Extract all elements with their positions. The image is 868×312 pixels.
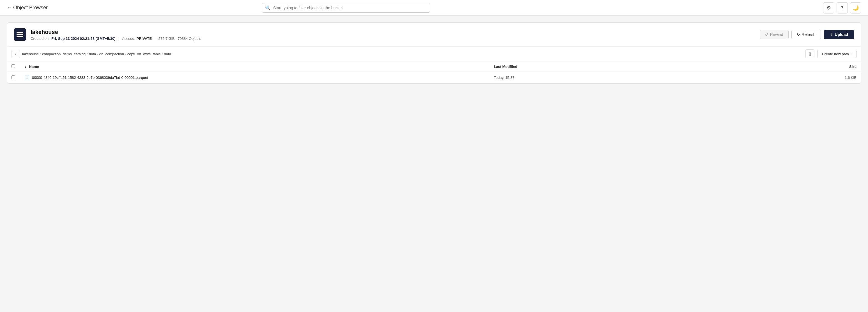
bucket-meta: Created on: Fri, Sep 13 2024 02:21:58 (G… bbox=[31, 36, 755, 41]
moon-icon: 🌙 bbox=[852, 5, 859, 11]
upload-button[interactable]: ⇧ Upload bbox=[824, 30, 854, 39]
upload-icon: ⇧ bbox=[830, 32, 833, 37]
file-name[interactable]: 00000-4840-19cffa51-1582-4283-9b7b-03680… bbox=[32, 75, 148, 80]
file-name-container: 📄 00000-4840-19cffa51-1582-4283-9b7b-036… bbox=[24, 75, 485, 80]
sort-arrow-icon: ▲ bbox=[24, 65, 27, 68]
svg-rect-0 bbox=[17, 32, 23, 33]
refresh-icon: ↻ bbox=[797, 32, 800, 37]
refresh-label: Refresh bbox=[802, 32, 815, 37]
created-label: Created on: bbox=[31, 36, 50, 41]
select-all-checkbox[interactable] bbox=[11, 64, 15, 68]
bucket-icon bbox=[14, 28, 26, 41]
path-actions: ▯ Create new path ◦ bbox=[805, 50, 857, 58]
breadcrumb-segment-6[interactable]: data bbox=[164, 52, 171, 56]
create-path-icon: ◦ bbox=[850, 52, 852, 56]
breadcrumb-segment-5[interactable]: copy_on_write_table bbox=[127, 52, 161, 56]
created-date: Fri, Sep 13 2024 02:21:58 (GMT+5:30) bbox=[51, 36, 116, 41]
row-modified-cell: Today, 15:37 bbox=[489, 72, 703, 83]
rewind-icon: ↺ bbox=[765, 32, 768, 37]
breadcrumb: lakehouse / compaction_demo_catalog / da… bbox=[22, 52, 803, 56]
access-value: PRIVATE bbox=[136, 36, 152, 41]
breadcrumb-segment-2[interactable]: compaction_demo_catalog bbox=[42, 52, 86, 56]
breadcrumb-segment-1[interactable]: lakehouse bbox=[22, 52, 39, 56]
file-table-body: 📄 00000-4840-19cffa51-1582-4283-9b7b-036… bbox=[7, 72, 861, 83]
col-header-size: Size bbox=[703, 61, 861, 72]
row-checkbox[interactable] bbox=[11, 75, 15, 79]
main-content: lakehouse Created on: Fri, Sep 13 2024 0… bbox=[0, 16, 868, 90]
row-modified: Today, 15:37 bbox=[494, 75, 514, 80]
col-header-checkbox bbox=[7, 61, 20, 72]
path-back-button[interactable]: ‹ bbox=[11, 50, 20, 58]
bucket-actions: ↺ Rewind ↻ Refresh ⇧ Upload bbox=[760, 30, 854, 39]
gear-icon: ⚙ bbox=[827, 5, 831, 11]
breadcrumb-segment-4[interactable]: db_compaction bbox=[99, 52, 124, 56]
rewind-label: Rewind bbox=[770, 32, 783, 37]
bucket-header: lakehouse Created on: Fri, Sep 13 2024 0… bbox=[7, 23, 861, 46]
svg-rect-1 bbox=[17, 34, 23, 35]
rewind-button[interactable]: ↺ Rewind bbox=[760, 30, 788, 39]
theme-toggle-button[interactable]: 🌙 bbox=[850, 2, 861, 13]
help-icon: ? bbox=[841, 5, 844, 11]
col-modified-label: Last Modified bbox=[494, 65, 517, 69]
row-name-cell: 📄 00000-4840-19cffa51-1582-4283-9b7b-036… bbox=[20, 72, 489, 83]
file-table: ▲ Name Last Modified Size bbox=[7, 61, 861, 83]
topbar-left: ← Object Browser bbox=[7, 5, 63, 11]
col-name-label: Name bbox=[29, 65, 39, 69]
path-nav: ‹ lakehouse / compaction_demo_catalog / … bbox=[7, 46, 861, 61]
row-checkbox-cell bbox=[7, 72, 20, 83]
back-button[interactable]: ← Object Browser bbox=[7, 5, 48, 11]
topbar-actions: ⚙ ? 🌙 bbox=[823, 2, 861, 13]
storage-info: 272.7 GiB · 79384 Objects bbox=[158, 36, 201, 41]
create-path-button[interactable]: Create new path ◦ bbox=[817, 50, 857, 58]
row-size: 1.6 KiB bbox=[845, 75, 857, 80]
create-path-label: Create new path bbox=[822, 52, 849, 56]
copy-icon: ▯ bbox=[809, 51, 811, 56]
bucket-card: lakehouse Created on: Fri, Sep 13 2024 0… bbox=[7, 23, 861, 84]
col-size-label: Size bbox=[849, 65, 857, 69]
topbar: ← Object Browser 🔍 ⚙ ? 🌙 bbox=[0, 0, 868, 16]
col-header-modified: Last Modified bbox=[489, 61, 703, 72]
search-container: 🔍 bbox=[262, 3, 430, 12]
table-row: 📄 00000-4840-19cffa51-1582-4283-9b7b-036… bbox=[7, 72, 861, 83]
svg-rect-2 bbox=[17, 36, 23, 37]
bucket-info: lakehouse Created on: Fri, Sep 13 2024 0… bbox=[31, 29, 755, 41]
help-button[interactable]: ? bbox=[837, 2, 848, 13]
settings-button[interactable]: ⚙ bbox=[823, 2, 834, 13]
upload-label: Upload bbox=[835, 32, 848, 37]
table-header-row: ▲ Name Last Modified Size bbox=[7, 61, 861, 72]
chevron-left-icon: ‹ bbox=[15, 52, 17, 56]
file-icon: 📄 bbox=[24, 75, 30, 80]
breadcrumb-segment-3[interactable]: data bbox=[89, 52, 96, 56]
col-header-name[interactable]: ▲ Name bbox=[20, 61, 489, 72]
search-input[interactable] bbox=[262, 3, 430, 12]
access-label: Access: bbox=[122, 36, 135, 41]
copy-path-button[interactable]: ▯ bbox=[805, 50, 814, 58]
bucket-name: lakehouse bbox=[31, 29, 755, 35]
layers-icon bbox=[16, 31, 24, 38]
row-size-cell: 1.6 KiB bbox=[703, 72, 861, 83]
refresh-button[interactable]: ↻ Refresh bbox=[792, 30, 821, 39]
